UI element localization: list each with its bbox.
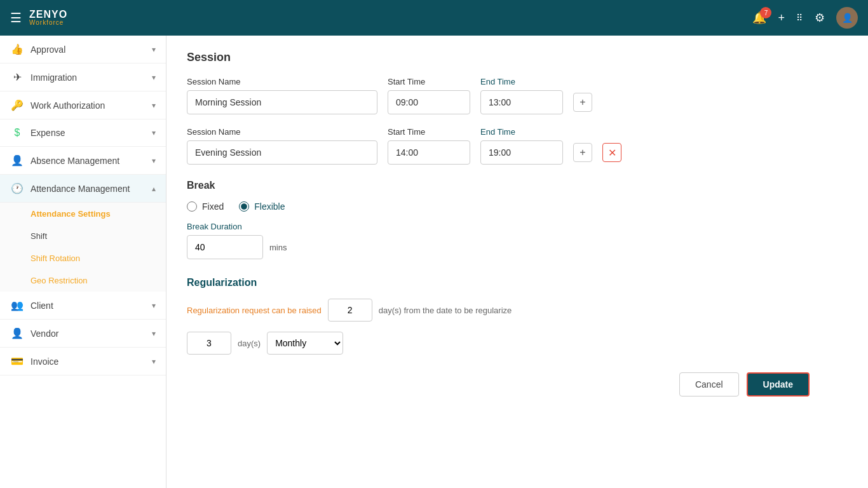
- sidebar-item-shift[interactable]: Shift: [0, 225, 166, 247]
- regularization-days2-input[interactable]: [187, 332, 231, 355]
- session2-end-input[interactable]: [480, 140, 563, 165]
- invoice-arrow: ▾: [152, 357, 156, 366]
- break-fixed-option[interactable]: Fixed: [187, 201, 224, 212]
- sidebar-item-geo-restriction[interactable]: Geo Restriction: [0, 269, 166, 292]
- sidebar-item-absence[interactable]: 👤 Absence Management ▾: [0, 147, 166, 175]
- absence-arrow: ▾: [152, 156, 156, 165]
- session2-fields: + ✕: [187, 140, 848, 165]
- sidebar-item-attendance-settings[interactable]: Attendance Settings: [0, 203, 166, 225]
- break-flexible-radio[interactable]: [239, 201, 249, 212]
- content-area: Session Session Name Start Time End Time…: [166, 36, 868, 488]
- client-icon: 👥: [10, 299, 24, 311]
- break-fixed-radio[interactable]: [187, 201, 197, 212]
- vendor-arrow: ▾: [152, 329, 156, 338]
- regularization-days1-suffix: day(s) from the date to be regularize: [379, 306, 512, 315]
- session1-headers: Session Name Start Time End Time: [187, 77, 848, 86]
- break-flexible-option[interactable]: Flexible: [239, 201, 285, 212]
- break-radio-group: Fixed Flexible: [187, 201, 848, 212]
- session1-row: Session Name Start Time End Time +: [187, 77, 848, 114]
- session2-start-input[interactable]: [388, 140, 470, 165]
- sidebar-label-approval: Approval: [31, 44, 65, 55]
- session1-end-input[interactable]: [480, 90, 563, 114]
- sidebar-item-shift-rotation[interactable]: Shift Rotation: [0, 247, 166, 269]
- sidebar-label-attendance: Attendance Management: [31, 184, 130, 194]
- attendance-icon: 🕐: [10, 182, 24, 194]
- regularization-section: Regularization Regularization request ca…: [187, 277, 848, 355]
- logo-name: ZENYO: [29, 10, 67, 20]
- topbar-left: ☰ ZENYO Workforce: [10, 10, 67, 26]
- topbar-right: 🔔 7 + ⠿ ⚙ 👤: [752, 7, 858, 29]
- client-arrow: ▾: [152, 301, 156, 310]
- session1-name-input[interactable]: [187, 90, 377, 114]
- sidebar-label-invoice: Invoice: [31, 356, 58, 367]
- regularization-days2-suffix: day(s): [238, 339, 261, 348]
- invoice-icon: 💳: [10, 355, 24, 367]
- sidebar-item-invoice[interactable]: 💳 Invoice ▾: [0, 348, 166, 376]
- hamburger-icon[interactable]: ☰: [10, 10, 22, 25]
- session1-name-header: Session Name: [187, 77, 377, 86]
- attendance-arrow: ▴: [152, 184, 156, 193]
- break-title: Break: [187, 180, 848, 191]
- regularization-row1: Regularization request can be raised day…: [187, 299, 848, 322]
- sidebar-item-approval[interactable]: 👍 Approval ▾: [0, 36, 166, 64]
- approval-arrow: ▾: [152, 45, 156, 54]
- session2-row: Session Name Start Time End Time + ✕: [187, 127, 848, 165]
- sidebar-item-immigration[interactable]: ✈ Immigration ▾: [0, 64, 166, 92]
- cancel-button[interactable]: Cancel: [679, 372, 739, 396]
- sidebar-item-work-auth[interactable]: 🔑 Work Authorization ▾: [0, 92, 166, 119]
- session2-start-header: Start Time: [388, 127, 470, 137]
- settings-icon[interactable]: ⚙: [815, 11, 825, 25]
- grid-icon[interactable]: ⠿: [796, 13, 803, 23]
- sidebar-item-client[interactable]: 👥 Client ▾: [0, 292, 166, 320]
- sidebar-label-immigration: Immigration: [31, 72, 77, 83]
- break-duration-label: Break Duration: [187, 222, 848, 231]
- session2-name-header: Session Name: [187, 127, 377, 137]
- immigration-icon: ✈: [10, 71, 24, 83]
- sidebar-label-expense: Expense: [31, 128, 65, 138]
- break-flexible-label: Flexible: [254, 201, 285, 212]
- session1-add-button[interactable]: +: [573, 93, 592, 112]
- session2-name-input[interactable]: [187, 140, 377, 165]
- update-button[interactable]: Update: [747, 372, 810, 396]
- notification-badge: 7: [760, 7, 771, 18]
- sidebar-label-work-auth: Work Authorization: [31, 100, 105, 111]
- expense-arrow: ▾: [152, 128, 156, 137]
- action-buttons: Cancel Update: [187, 372, 848, 396]
- session1-start-header: Start Time: [388, 77, 470, 86]
- logo-sub: Workforce: [29, 20, 67, 26]
- immigration-arrow: ▾: [152, 73, 156, 82]
- session1-start-input[interactable]: [388, 90, 470, 114]
- break-duration-input[interactable]: [187, 235, 263, 259]
- regularization-title: Regularization: [187, 277, 848, 288]
- sidebar-label-absence: Absence Management: [31, 156, 119, 166]
- sidebar-item-vendor[interactable]: 👤 Vendor ▾: [0, 320, 166, 348]
- avatar[interactable]: 👤: [836, 7, 858, 29]
- main-layout: 👍 Approval ▾ ✈ Immigration ▾ 🔑 Work Auth…: [0, 36, 868, 488]
- session1-end-header: End Time: [480, 77, 582, 86]
- regularization-days1-input[interactable]: [328, 299, 372, 322]
- add-icon[interactable]: +: [778, 11, 785, 25]
- sidebar-item-expense[interactable]: $ Expense ▾: [0, 119, 166, 147]
- session2-headers: Session Name Start Time End Time: [187, 127, 848, 137]
- topbar: ☰ ZENYO Workforce 🔔 7 + ⠿ ⚙ 👤: [0, 0, 868, 36]
- session1-fields: +: [187, 90, 848, 114]
- session2-add-button[interactable]: +: [573, 143, 592, 162]
- expense-icon: $: [10, 127, 24, 139]
- regularization-period-select[interactable]: Monthly Weekly Daily: [267, 332, 343, 355]
- session2-remove-button[interactable]: ✕: [602, 143, 621, 162]
- approval-icon: 👍: [10, 43, 24, 55]
- sidebar-item-attendance[interactable]: 🕐 Attendance Management ▴: [0, 175, 166, 203]
- attendance-submenu: Attendance Settings Shift Shift Rotation…: [0, 203, 166, 292]
- section-title: Session: [187, 51, 848, 64]
- break-duration-row: mins: [187, 235, 848, 259]
- session2-end-header: End Time: [480, 127, 582, 137]
- vendor-icon: 👤: [10, 327, 24, 339]
- regularization-row2: day(s) Monthly Weekly Daily: [187, 332, 848, 355]
- work-auth-arrow: ▾: [152, 101, 156, 110]
- sidebar-label-vendor: Vendor: [31, 329, 58, 339]
- notification-bell[interactable]: 🔔 7: [752, 11, 766, 25]
- mins-label: mins: [269, 243, 287, 252]
- break-section: Break Fixed Flexible Break Duration mins: [187, 180, 848, 259]
- absence-icon: 👤: [10, 154, 24, 166]
- logo: ZENYO Workforce: [29, 10, 67, 26]
